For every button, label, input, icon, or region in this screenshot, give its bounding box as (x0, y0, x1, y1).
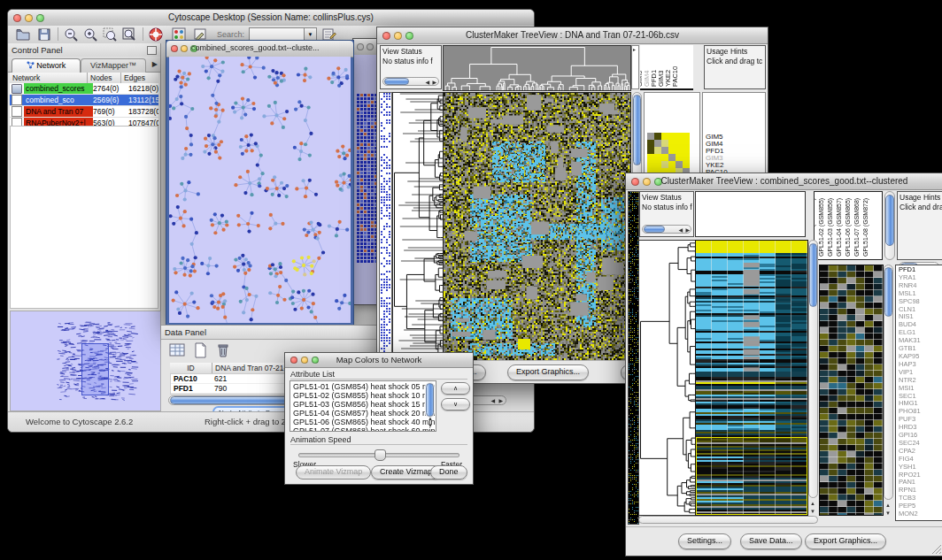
close-icon[interactable] (357, 43, 364, 50)
mini-heatmap-cell (676, 161, 683, 168)
tv2-heatmap-vscrollbar[interactable] (808, 240, 818, 498)
mini-heatmap-cell (654, 161, 661, 168)
attribute-list-item[interactable]: GPL51-02 (GSM855) heat shock 10 min (293, 391, 423, 400)
delete-attribute-icon[interactable] (214, 341, 232, 359)
mini-heatmap-cell (676, 133, 683, 140)
attribute-list-item[interactable]: GPL51-06 (GSM865) heat shock 40 min (293, 418, 423, 426)
attribute-list-item[interactable]: GPL51-03 (GSM856) heat shock 15 min (293, 400, 423, 409)
zoom-selected-icon[interactable] (102, 27, 118, 42)
tv2-collabels-vscrollbar[interactable] (884, 191, 895, 260)
zoom-out-icon[interactable] (63, 27, 79, 42)
mini-heatmap-cell (647, 133, 654, 140)
scroll-right-icon[interactable]: ▶ (432, 80, 436, 85)
tv2-column-label[interactable]: GPL51-08 (GSM872) (862, 198, 869, 257)
scroll-down-icon[interactable]: ▼ (810, 509, 815, 514)
col-id[interactable]: ID (170, 363, 212, 373)
tv2-status-hscrollbar[interactable]: ◀ ▶ (642, 225, 691, 234)
network-view-combined[interactable] (169, 57, 351, 323)
attribute-list-item[interactable]: GPL51-01 (GSM854) heat shock 05 min (293, 382, 423, 391)
tab-vizmapper[interactable]: VizMapper™ (81, 58, 146, 73)
scroll-left-icon[interactable]: ◀ (425, 80, 429, 85)
tv1-column-label[interactable]: PAC10 (672, 66, 679, 87)
network-list-row[interactable]: DNA and Tran 07769(0)183728(0) (10, 106, 158, 118)
tv2-column-label[interactable]: GPL51-04 (GSM857) (836, 198, 843, 257)
tv1-column-dendrogram[interactable] (443, 45, 631, 91)
scroll-right-icon[interactable]: ▶ (685, 227, 690, 233)
tv2-genes-vscrollbar[interactable] (884, 265, 893, 500)
tv1-heatmap[interactable] (443, 92, 631, 361)
doc-icon (12, 95, 22, 105)
export-graphics-button[interactable]: Export Graphics... (507, 364, 589, 380)
attribute-list-label: Attribute List (290, 370, 335, 379)
tv1-global-overview-strip[interactable] (379, 92, 392, 361)
select-attributes-icon[interactable] (168, 341, 186, 359)
tab-overflow-arrow[interactable]: ▶ (152, 60, 158, 68)
network-overview-thumbnail[interactable] (10, 311, 161, 411)
mini-heatmap-cell (654, 147, 661, 154)
attribute-list-vscrollbar[interactable] (425, 382, 435, 418)
mini-heatmap-cell (676, 147, 683, 154)
mini-heatmap-cell (654, 133, 661, 140)
move-up-button[interactable]: ∧ (441, 382, 470, 395)
mini-heatmap-cell (661, 147, 668, 154)
scroll-left-icon[interactable]: ◀ (678, 227, 683, 233)
folder-icon (12, 84, 22, 94)
settings-button[interactable]: Settings... (678, 533, 731, 549)
network-list-row[interactable]: combined_scores2764(0)16218(0) (10, 83, 158, 95)
col-network[interactable]: Network (10, 73, 88, 83)
scroll-right-icon[interactable]: ▶ (498, 398, 503, 403)
minimize-icon[interactable] (181, 45, 188, 52)
help-lifesaver-icon[interactable] (148, 27, 164, 42)
attribute-list-item[interactable]: GPL51-04 (GSM857) heat shock 20 min (293, 409, 423, 418)
animate-vizmap-button[interactable]: Animate Vizmap (296, 465, 371, 479)
save-icon[interactable] (36, 27, 52, 42)
new-attribute-icon[interactable] (191, 341, 209, 359)
resize-grip-icon[interactable] (931, 544, 942, 555)
main-titlebar[interactable]: Cytoscape Desktop (Session Name: collins… (8, 10, 534, 27)
scroll-down-icon[interactable]: ▼ (428, 423, 433, 428)
close-icon[interactable] (171, 45, 178, 52)
tab-network[interactable]: Network (12, 58, 81, 73)
export-graphics-button[interactable]: Export Graphics... (805, 533, 886, 549)
tv2-column-label[interactable]: GPL51-07 (GSM868) (853, 198, 861, 257)
attribute-list-item[interactable]: GPL51-07 (GSM868) heat shock 60 min (293, 426, 423, 432)
speed-slider[interactable] (298, 449, 459, 458)
attribute-list[interactable]: ▲ ▼ GPL51-01 (GSM854) heat shock 05 minG… (290, 380, 436, 432)
done-button[interactable]: Done (430, 465, 467, 479)
tv2-heatmap[interactable] (695, 240, 808, 516)
tv2-column-label[interactable]: GPL51-02 (GSM855) (818, 198, 825, 257)
save-data-button[interactable]: Save Data... (740, 533, 802, 549)
tv1-mini-heatmap[interactable] (647, 133, 690, 175)
scroll-up-icon[interactable]: ▲ (428, 416, 433, 421)
tv1-row-dendrogram[interactable] (392, 92, 444, 361)
tv2-heatmap-hscrollbar[interactable] (638, 516, 818, 524)
tv2-column-label[interactable]: GPL51-03 (GSM856) (827, 198, 834, 257)
slider-thumb[interactable] (374, 449, 386, 461)
open-file-icon[interactable] (15, 27, 31, 42)
zoom-in-icon[interactable] (82, 27, 98, 42)
zoom-fit-icon[interactable] (121, 27, 137, 42)
tv2-zoom-heatmap[interactable] (819, 265, 884, 516)
move-down-button[interactable]: ∨ (441, 398, 470, 410)
treeview2-window: ClusterMaker TreeView : combined_scores_… (625, 173, 942, 556)
tv2-column-tree-panel[interactable] (695, 191, 806, 237)
network-icon (27, 61, 35, 69)
scroll-left-icon[interactable]: ◀ (490, 398, 495, 403)
tv1-status-hscrollbar[interactable]: ◀ ▶ (382, 77, 439, 86)
mini-heatmap-cell (683, 161, 690, 168)
network-list-row[interactable]: combined_sco2569(6)13112(15) (10, 95, 158, 106)
tv1-usage-hints: Usage Hints Click and drag tc (704, 45, 766, 89)
tv2-row-dendrogram[interactable] (638, 240, 696, 516)
mini-heatmap-cell (683, 133, 690, 140)
minimize-icon[interactable] (367, 43, 374, 50)
scroll-up-icon[interactable]: ▲ (810, 501, 815, 506)
tv2-column-label[interactable]: GPL51-06 (GSM865) (845, 198, 852, 257)
col-nodes[interactable]: Nodes (88, 73, 121, 83)
scroll-down-icon[interactable]: ▼ (885, 510, 891, 516)
col-edges[interactable]: Edges (121, 73, 158, 83)
mini-heatmap-cell (661, 133, 668, 140)
scroll-up-icon[interactable]: ▲ (885, 502, 891, 508)
gene-label[interactable]: MON2 (899, 510, 942, 518)
float-panel-icon[interactable] (147, 46, 157, 55)
mini-heatmap-cell (668, 140, 676, 147)
